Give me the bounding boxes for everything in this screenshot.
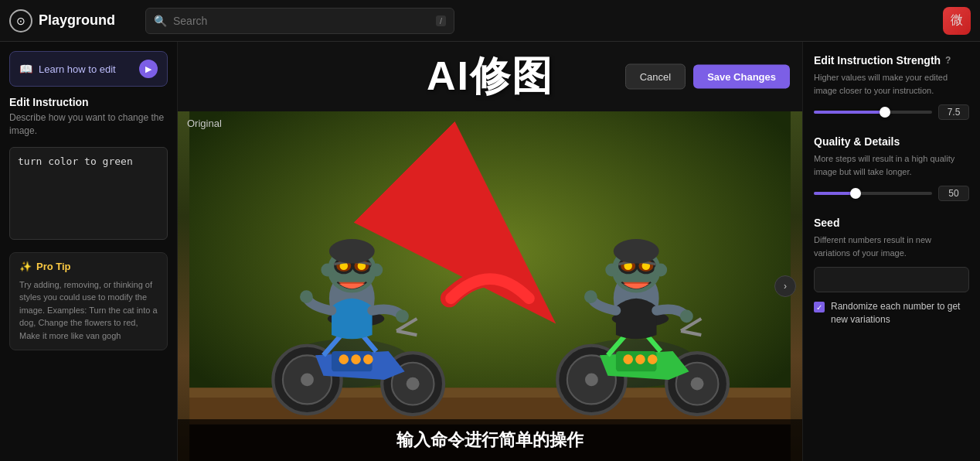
canvas-area: AI修图 Cancel Save Changes Original › bbox=[178, 42, 802, 461]
strength-slider-thumb bbox=[880, 107, 890, 118]
svg-point-13 bbox=[351, 354, 361, 364]
svg-point-14 bbox=[363, 354, 373, 364]
pro-tip-box: ✨ Pro Tip Try adding, removing, or think… bbox=[9, 252, 168, 351]
canvas-actions: Cancel Save Changes bbox=[625, 64, 790, 90]
save-changes-button[interactable]: Save Changes bbox=[693, 65, 790, 89]
instruction-textarea[interactable]: turn color to green bbox=[9, 147, 168, 240]
svg-point-37 bbox=[623, 354, 633, 364]
randomize-checkbox[interactable]: ✓ bbox=[814, 302, 825, 312]
user-avatar[interactable]: 微 bbox=[943, 7, 971, 35]
strength-info-icon[interactable]: ? bbox=[945, 55, 951, 66]
star-icon: ✨ bbox=[19, 261, 32, 272]
svg-point-26 bbox=[369, 264, 383, 277]
quality-slider-value: 50 bbox=[938, 186, 969, 201]
learn-how-to-edit-button[interactable]: 📖 Learn how to edit ▶ bbox=[9, 51, 168, 87]
chevron-right-button[interactable]: › bbox=[774, 275, 796, 297]
svg-point-39 bbox=[648, 354, 658, 364]
search-icon: 🔍 bbox=[154, 15, 167, 27]
strength-slider-track[interactable] bbox=[814, 111, 932, 114]
seed-desc: Different numbers result in new variatio… bbox=[814, 234, 969, 259]
search-input[interactable] bbox=[173, 15, 430, 27]
canvas-title: AI修图 bbox=[427, 50, 553, 104]
svg-point-17 bbox=[396, 309, 409, 323]
image-container: 输入命令进行简单的操作 bbox=[178, 111, 802, 461]
svg-point-25 bbox=[321, 264, 334, 277]
learn-btn-label: Learn how to edit bbox=[39, 63, 116, 75]
quality-slider-thumb bbox=[850, 188, 861, 199]
right-panel: Edit Instruction Strength ? Higher value… bbox=[802, 42, 980, 461]
quality-title: Quality & Details bbox=[814, 135, 969, 148]
svg-point-41 bbox=[584, 290, 597, 303]
strength-desc: Higher values will make your edited imag… bbox=[814, 71, 969, 97]
randomize-row: ✓ Randomize each number to get new varia… bbox=[814, 300, 969, 326]
svg-point-38 bbox=[635, 354, 645, 364]
seed-section: Seed Different numbers result in new var… bbox=[814, 217, 969, 326]
subtitle-overlay: 输入命令进行简单的操作 bbox=[178, 419, 802, 461]
svg-point-34 bbox=[691, 377, 704, 391]
sidebar: 📖 Learn how to edit ▶ Edit Instruction D… bbox=[0, 42, 178, 461]
pro-tip-header: ✨ Pro Tip bbox=[19, 261, 158, 272]
pro-tip-text: Try adding, removing, or thinking of sty… bbox=[19, 278, 158, 343]
motorcycle-scene-svg bbox=[178, 111, 802, 461]
randomize-label: Randomize each number to get new variati… bbox=[831, 300, 969, 326]
edit-instruction-section: Edit Instruction Describe how you want t… bbox=[9, 96, 168, 138]
logo-icon: ⊙ bbox=[9, 9, 32, 32]
strength-section: Edit Instruction Strength ? Higher value… bbox=[814, 54, 969, 120]
cancel-button[interactable]: Cancel bbox=[625, 64, 686, 90]
canvas-content: Original › bbox=[178, 111, 802, 461]
learn-btn-arrow-icon: ▶ bbox=[139, 60, 158, 78]
svg-point-9 bbox=[407, 377, 420, 391]
svg-point-52 bbox=[614, 239, 659, 264]
seed-input[interactable] bbox=[814, 267, 969, 292]
edit-instruction-title: Edit Instruction bbox=[9, 96, 168, 108]
subtitle-text: 输入命令进行简单的操作 bbox=[396, 430, 584, 449]
header-right: 微 bbox=[943, 7, 971, 35]
instruction-input-wrapper: turn color to green bbox=[9, 147, 168, 243]
svg-point-31 bbox=[585, 373, 598, 386]
svg-point-51 bbox=[654, 264, 667, 277]
logo-area: ⊙ Playground bbox=[9, 9, 133, 32]
strength-slider-fill bbox=[814, 111, 885, 114]
header: ⊙ Playground 🔍 / 微 bbox=[0, 0, 980, 42]
search-bar[interactable]: 🔍 / bbox=[145, 8, 454, 34]
svg-point-27 bbox=[329, 239, 375, 264]
strength-slider-row: 7.5 bbox=[814, 104, 969, 120]
book-icon: 📖 bbox=[19, 63, 32, 75]
canvas-toolbar: AI修图 Cancel Save Changes bbox=[178, 42, 802, 111]
strength-title: Edit Instruction Strength ? bbox=[814, 54, 969, 67]
strength-slider-value: 7.5 bbox=[938, 104, 969, 120]
edit-instruction-desc: Describe how you want to change the imag… bbox=[9, 111, 168, 138]
quality-slider-row: 50 bbox=[814, 186, 969, 201]
svg-point-50 bbox=[605, 264, 618, 277]
svg-point-6 bbox=[301, 373, 314, 386]
svg-point-16 bbox=[300, 290, 313, 303]
quality-section: Quality & Details More steps will result… bbox=[814, 135, 969, 201]
logo-text: Playground bbox=[39, 12, 115, 29]
quality-slider-track[interactable] bbox=[814, 192, 932, 195]
quality-slider-fill bbox=[814, 192, 856, 195]
original-label: Original bbox=[187, 118, 222, 129]
main: 📖 Learn how to edit ▶ Edit Instruction D… bbox=[0, 42, 980, 461]
quality-desc: More steps will result in a high quality… bbox=[814, 152, 969, 178]
svg-point-42 bbox=[680, 309, 693, 323]
search-shortcut: / bbox=[436, 15, 446, 26]
seed-title: Seed bbox=[814, 217, 969, 229]
svg-point-12 bbox=[339, 354, 349, 364]
